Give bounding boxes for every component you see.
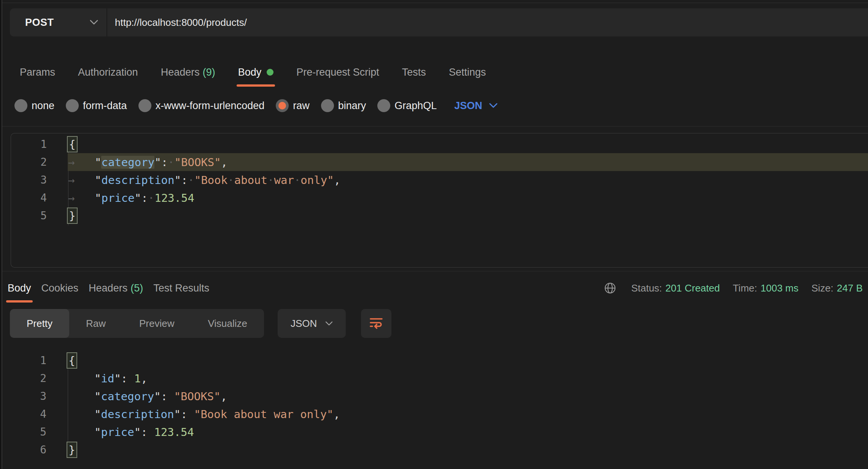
- code-token: ,: [221, 156, 227, 169]
- radio-icon: [66, 99, 79, 112]
- response-meta: Status:201 Created Time:1003 ms Size:247…: [603, 277, 863, 299]
- code-token: "Book: [194, 174, 227, 187]
- code-line: 5}: [11, 207, 868, 225]
- body-mode-label: form-data: [83, 100, 127, 112]
- size-badge: Size:247 B: [811, 282, 863, 294]
- code-token: price: [101, 426, 134, 439]
- code-token: →: [68, 174, 95, 187]
- code-line: 3→"description":·"Book·about·war·only",: [11, 171, 868, 189]
- view-raw[interactable]: Raw: [69, 309, 122, 338]
- time-badge: Time:1003 ms: [733, 282, 798, 294]
- tab-params[interactable]: Params: [20, 67, 55, 78]
- response-body-editor[interactable]: 1{2"id": 1,3"category": "BOOKS",4"descri…: [11, 352, 868, 462]
- code-token: ": [95, 156, 101, 169]
- tab-settings[interactable]: Settings: [449, 67, 486, 78]
- view-pretty[interactable]: Pretty: [10, 309, 69, 338]
- code-token: 123.54: [154, 426, 194, 439]
- radio-icon: [321, 99, 334, 112]
- status-badge: Status:201 Created: [631, 282, 720, 294]
- body-mode-label: binary: [338, 100, 366, 112]
- code-token: →: [68, 156, 95, 169]
- line-number: 1: [11, 138, 47, 151]
- postman-request-view: { "colors": { "background": "#1d1d1d", "…: [0, 0, 868, 469]
- response-view-controls: PrettyRawPreviewVisualize JSON: [10, 309, 391, 338]
- response-language-selector[interactable]: JSON: [278, 309, 346, 338]
- tab-authorization[interactable]: Authorization: [78, 67, 138, 78]
- body-mode-none[interactable]: none: [14, 99, 54, 112]
- body-mode-graphql[interactable]: GraphQL: [377, 99, 437, 112]
- code-token: ,: [334, 408, 340, 421]
- response-language-label: JSON: [291, 318, 317, 330]
- tab-count-badge: (5): [130, 282, 143, 294]
- bracket-match-box: {: [67, 352, 77, 369]
- wrap-text-button[interactable]: [361, 309, 391, 338]
- tab-body[interactable]: Body: [238, 67, 274, 78]
- code-line: 5"price": 123.54: [11, 423, 868, 441]
- method-selector[interactable]: POST: [10, 8, 107, 36]
- code-token: :: [161, 156, 168, 169]
- selected-text: category: [101, 156, 154, 169]
- code-content: {: [68, 352, 77, 369]
- request-body-editor[interactable]: 1{2→"category":·"BOOKS",3→"description":…: [11, 133, 868, 268]
- code-token: ": [114, 372, 121, 385]
- tab-authorization-label: Authorization: [78, 67, 138, 78]
- method-label: POST: [25, 17, 54, 29]
- response-tab-test-results-label: Test Results: [153, 282, 209, 294]
- line-number: 6: [11, 444, 46, 456]
- pane-divider: [2, 271, 868, 271]
- code-token: ,: [334, 174, 340, 187]
- code-token: →: [68, 192, 95, 204]
- response-tab-cookies[interactable]: Cookies: [41, 282, 79, 294]
- view-mode-segmented: PrettyRawPreviewVisualize: [10, 309, 264, 338]
- tab-headers-label: Headers: [161, 67, 200, 78]
- body-mode-label: x-www-form-urlencoded: [156, 100, 265, 112]
- response-tab-headers[interactable]: Headers(5): [89, 282, 143, 294]
- tab-tests[interactable]: Tests: [402, 67, 426, 78]
- code-content: }: [68, 442, 77, 458]
- code-token: :: [161, 390, 174, 403]
- tab-body-label: Body: [238, 67, 262, 78]
- code-content: "category": "BOOKS",: [68, 390, 227, 403]
- url-input[interactable]: http://localhost:8000/products/: [107, 8, 868, 36]
- body-mode-x-www-form-urlencoded[interactable]: x-www-form-urlencoded: [138, 99, 265, 112]
- code-token: ": [95, 192, 101, 204]
- tab-pre-request-script[interactable]: Pre-request Script: [296, 67, 379, 78]
- view-preview[interactable]: Preview: [122, 309, 191, 338]
- code-token: id: [101, 372, 114, 385]
- code-line: 2"id": 1,: [11, 369, 868, 387]
- code-token: description: [101, 174, 174, 187]
- code-token: ·: [188, 174, 194, 187]
- tab-headers[interactable]: Headers(9): [161, 67, 215, 78]
- code-content: "price": 123.54: [68, 426, 194, 439]
- code-token: :: [141, 426, 154, 439]
- code-token: :: [121, 372, 134, 385]
- code-token: "BOOKS": [175, 156, 221, 169]
- body-language-selector[interactable]: JSON: [454, 100, 498, 112]
- code-token: ": [175, 174, 181, 187]
- view-visualize[interactable]: Visualize: [191, 309, 264, 338]
- code-token: ·: [168, 156, 174, 169]
- bracket-match-box: }: [67, 208, 78, 224]
- line-number: 2: [11, 372, 46, 385]
- code-token: 123.54: [154, 192, 194, 204]
- tab-settings-label: Settings: [449, 67, 486, 78]
- response-tab-cookies-label: Cookies: [41, 282, 79, 294]
- body-mode-binary[interactable]: binary: [321, 99, 366, 112]
- request-url-bar: POST http://localhost:8000/products/: [10, 8, 868, 36]
- line-number: 1: [11, 354, 46, 367]
- code-line: 2→"category":·"BOOKS",: [11, 153, 868, 171]
- code-line: 6}: [11, 441, 868, 459]
- code-token: ": [94, 390, 101, 403]
- radio-icon: [14, 99, 27, 112]
- code-content: →"price":·123.54: [68, 192, 194, 204]
- chevron-down-icon: [489, 103, 498, 108]
- code-token: ,: [221, 390, 227, 403]
- response-tab-body[interactable]: Body: [8, 282, 31, 294]
- tab-params-label: Params: [20, 67, 55, 78]
- response-tab-test-results[interactable]: Test Results: [153, 282, 209, 294]
- body-mode-form-data[interactable]: form-data: [66, 99, 127, 112]
- line-number: 4: [11, 192, 47, 204]
- body-mode-raw[interactable]: raw: [276, 99, 310, 112]
- radio-icon: [138, 99, 151, 112]
- radio-icon: [276, 99, 289, 112]
